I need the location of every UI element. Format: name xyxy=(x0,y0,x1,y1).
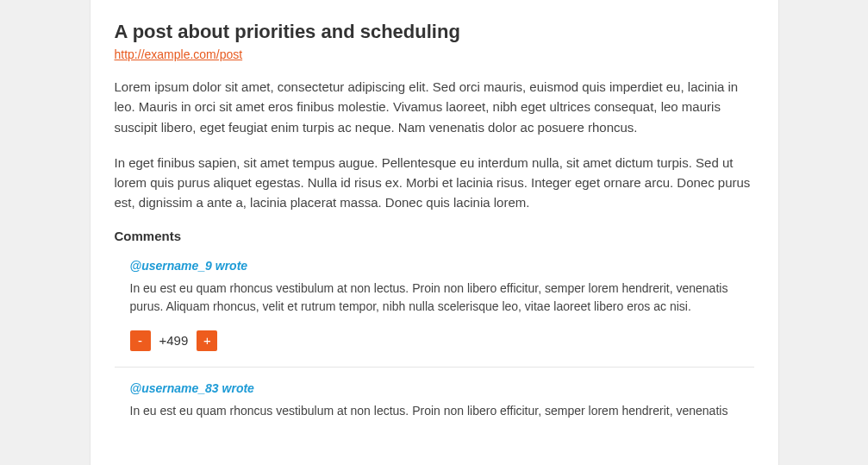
vote-score: +499 xyxy=(159,333,189,348)
comment-author[interactable]: @username_9 wrote xyxy=(130,259,754,273)
post-title: A post about priorities and scheduling xyxy=(115,21,754,43)
post-url-link[interactable]: http://example.com/post xyxy=(115,47,243,61)
post-body: Lorem ipsum dolor sit amet, consectetur … xyxy=(115,77,754,213)
post-paragraph: In eget finibus sapien, sit amet tempus … xyxy=(115,153,754,213)
downvote-button[interactable]: - xyxy=(130,330,151,351)
post-card: A post about priorities and scheduling h… xyxy=(90,0,779,465)
post-paragraph: Lorem ipsum dolor sit amet, consectetur … xyxy=(115,77,754,137)
vote-row: - +499 + xyxy=(130,330,754,351)
comment-body: In eu est eu quam rhoncus vestibulum at … xyxy=(130,402,754,421)
comments-heading: Comments xyxy=(115,229,754,243)
upvote-button[interactable]: + xyxy=(197,330,217,351)
comment-body: In eu est eu quam rhoncus vestibulum at … xyxy=(130,280,754,317)
comment-author[interactable]: @username_83 wrote xyxy=(130,381,754,395)
comment: @username_83 wrote In eu est eu quam rho… xyxy=(115,381,754,450)
comment: @username_9 wrote In eu est eu quam rhon… xyxy=(115,259,754,368)
